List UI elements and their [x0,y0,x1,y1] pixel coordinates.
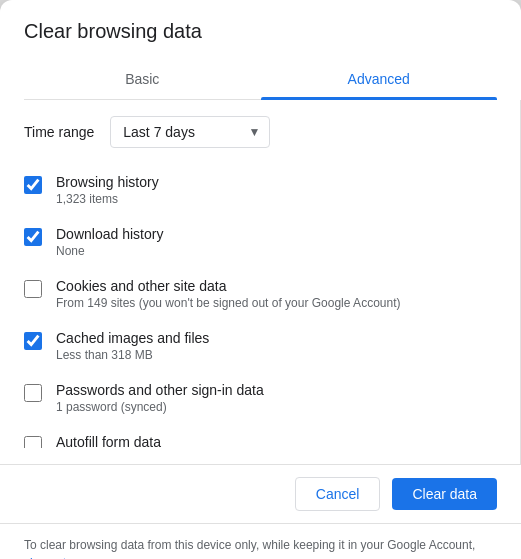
checkbox-download-history-wrapper [24,228,42,250]
browsing-history-label[interactable]: Browsing history [56,174,159,190]
dialog-title: Clear browsing data [24,20,497,43]
checkbox-item-download-history: Download history None [24,216,496,268]
passwords-label[interactable]: Passwords and other sign-in data [56,382,264,398]
checkbox-passwords-wrapper [24,384,42,406]
download-history-content: Download history None [56,226,163,258]
cookies-content: Cookies and other site data From 149 sit… [56,278,400,310]
download-history-label[interactable]: Download history [56,226,163,242]
clear-browsing-data-dialog: Clear browsing data Basic Advanced Time … [0,0,521,559]
tab-basic[interactable]: Basic [24,59,261,99]
browsing-history-content: Browsing history 1,323 items [56,174,159,206]
checkbox-browsing-history[interactable] [24,176,42,194]
passwords-desc: 1 password (synced) [56,400,264,414]
time-range-select[interactable]: Last hour Last 24 hours Last 7 days Last… [110,116,270,148]
time-range-label: Time range [24,124,94,140]
dialog-body: Time range Last hour Last 24 hours Last … [0,100,521,559]
checkbox-item-browsing-history: Browsing history 1,323 items [24,164,496,216]
footer-text-before-link: To clear browsing data from this device … [24,538,475,552]
cached-images-label[interactable]: Cached images and files [56,330,209,346]
checkbox-cookies-wrapper [24,280,42,302]
clear-data-button[interactable]: Clear data [392,478,497,510]
autofill-label[interactable]: Autofill form data [56,434,161,448]
checkbox-passwords[interactable] [24,384,42,402]
autofill-content: Autofill form data [56,434,161,448]
cached-images-desc: Less than 318 MB [56,348,209,362]
checkbox-autofill-wrapper [24,436,42,448]
checkbox-item-passwords: Passwords and other sign-in data 1 passw… [24,372,496,424]
checkbox-cached-images[interactable] [24,332,42,350]
cookies-desc: From 149 sites (you won't be signed out … [56,296,400,310]
browsing-history-desc: 1,323 items [56,192,159,206]
checkbox-browsing-history-wrapper [24,176,42,198]
time-range-select-wrapper: Last hour Last 24 hours Last 7 days Last… [110,116,270,148]
time-range-row: Time range Last hour Last 24 hours Last … [24,116,496,148]
download-history-desc: None [56,244,163,258]
tab-advanced[interactable]: Advanced [261,59,498,99]
checkbox-download-history[interactable] [24,228,42,246]
footer-note: To clear browsing data from this device … [0,523,521,559]
checkbox-cached-images-wrapper [24,332,42,354]
tabs-container: Basic Advanced [24,59,497,100]
scrollable-content[interactable]: Time range Last hour Last 24 hours Last … [0,100,521,464]
checkbox-item-cached-images: Cached images and files Less than 318 MB [24,320,496,372]
checkbox-cookies[interactable] [24,280,42,298]
checkbox-item-autofill: Autofill form data [24,424,496,448]
cached-images-content: Cached images and files Less than 318 MB [56,330,209,362]
action-bar: Cancel Clear data [0,464,521,523]
cancel-button[interactable]: Cancel [295,477,381,511]
checkbox-autofill[interactable] [24,436,42,448]
checkbox-item-cookies: Cookies and other site data From 149 sit… [24,268,496,320]
passwords-content: Passwords and other sign-in data 1 passw… [56,382,264,414]
dialog-header: Clear browsing data Basic Advanced [0,0,521,100]
cookies-label[interactable]: Cookies and other site data [56,278,400,294]
